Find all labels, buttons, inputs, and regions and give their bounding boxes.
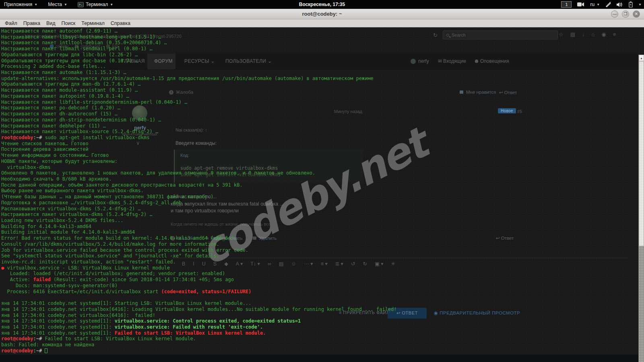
terminal-line: Job for virtualbox.service failed becaus… — [1, 247, 397, 253]
gnome-top-bar: Приложения▼ Места▼ >. Терминал▼ Воскресе… — [0, 0, 644, 9]
terminal-line: See "systemctl status virtualbox.service… — [1, 253, 397, 259]
bg-browser-icon: ▤ — [570, 31, 575, 37]
scrollbar-thumb[interactable] — [639, 61, 644, 246]
terminal-line: Docs: man:systemd-sysv-generator(8) — [1, 283, 397, 289]
bg-post-number: #5 — [517, 109, 522, 114]
bg-browser-icon: ◉ — [601, 31, 606, 37]
terminal-line: Настраивается пакет autopoint (0.19.8.1-… — [1, 93, 397, 99]
terminal-line: Processing 2 added doc-base files... — [1, 64, 397, 70]
terminal-line: Настраивается пакет debhelper (11) … — [1, 123, 397, 129]
terminal-line: bash: Failed: команда не найдена — [1, 342, 397, 348]
terminal-line: Настраивается пакет dh-autoreconf (15) … — [1, 111, 397, 117]
close-button[interactable]: ✕ — [633, 10, 640, 18]
chevron-down-icon: ▼ — [597, 3, 600, 6]
bg-reply-link: ↩ Ответ — [499, 90, 517, 95]
terminal-line: Подготовка к распаковке …/virtualbox-dkm… — [1, 200, 397, 206]
terminal-line: Настраивается пакет libmail-sendmail-per… — [1, 46, 397, 52]
menu-search[interactable]: Поиск — [62, 21, 76, 26]
minimize-button[interactable]: — — [611, 10, 618, 18]
terminal-line: Настраивается пакет dh-strip-nondetermin… — [1, 117, 397, 123]
terminal-cursor — [45, 348, 47, 353]
workspace-indicator[interactable]: 1 — [561, 1, 572, 8]
bg-reply-link-2: ↩ Ответ — [496, 235, 514, 241]
terminal-line: Error! Bad return status for module buil… — [1, 235, 397, 241]
terminal-line: Active: failed (Result: exit-code) since… — [1, 277, 397, 283]
terminal-titlebar[interactable]: root@codeby: ~ — ❐ ✕ — [0, 9, 644, 19]
terminal-line: янв 14 17:34:01 codeby.net virtualbox[64… — [1, 313, 397, 319]
battery-icon[interactable] — [629, 2, 633, 8]
terminal-line: (Чтение базы данных … на данный момент у… — [1, 194, 397, 200]
terminal-line: Process: 6416 ExecStart=/etc/init.d/virt… — [1, 289, 397, 295]
window-title: root@codeby: ~ — [0, 9, 644, 19]
tray-chevron-down-icon[interactable]: ▼ — [638, 3, 642, 6]
terminal-line: Настраивается пакет autoconf (2.69-11) … — [1, 28, 397, 34]
terminal-line: Чтение списков пакетов… Готово — [1, 141, 397, 147]
bg-browser-icon: ≡ — [613, 31, 616, 37]
terminal-line: root@codeby:~# Failed to start LSB: Virt… — [1, 336, 397, 342]
bg-reload-icon: ↻ — [433, 32, 438, 38]
terminal-line: Распаковывается virtualbox-dkms (5.2.4-d… — [1, 206, 397, 212]
terminal-line: янв 14 17:34:01 codeby.net virtualbox[64… — [1, 306, 397, 313]
clock[interactable]: Воскресенье, 17:35 — [0, 0, 644, 9]
pen-tool-icon[interactable] — [605, 2, 611, 7]
terminal-line: Настраивается пакет libsys-hostname-long… — [1, 34, 397, 40]
terminal-screen[interactable]: https://codeby.net/forum/threads/kak-zap… — [0, 27, 644, 362]
terminal-line: Чтение информации о состоянии… Готово — [1, 152, 397, 158]
terminal-menubar: Файл Правка Вид Поиск Терминал Справка — [0, 19, 644, 27]
terminal-line: Необходимо скачать 0 B/680 kB архивов. — [1, 176, 397, 182]
menu-view[interactable]: Вид — [46, 21, 56, 26]
terminal-output: Настраивается пакет autoconf (2.69-11) …… — [1, 28, 397, 354]
terminal-line: Выбор ранее не выбранного пакета virtual… — [1, 188, 397, 194]
menu-file[interactable]: Файл — [5, 21, 17, 26]
terminal-line: root@codeby:~# sudo apt-get install virt… — [1, 135, 397, 141]
terminal-line: ● virtualbox.service - LSB: VirtualBox L… — [1, 265, 397, 271]
desktop: Приложения▼ Места▼ >. Терминал▼ Воскресе… — [0, 0, 644, 362]
bell-icon — [475, 60, 478, 63]
terminal-line — [1, 294, 397, 300]
bg-alerts-link: Оповещения — [480, 58, 509, 64]
terminal-line: Построение дерева зависимостей — [1, 146, 397, 152]
bg-username: nerfy — [418, 58, 429, 64]
terminal-line: Loaded: loaded (/etc/init.d/virtualbox; … — [1, 271, 397, 277]
bg-bottom-strip — [0, 355, 638, 362]
bg-preview-link: ◉ ПРЕДВАРИТЕЛЬНЫЙ ПРОСМОТР — [434, 310, 520, 316]
menu-edit[interactable]: Правка — [23, 21, 40, 26]
terminal-line: янв 14 17:34:01 codeby.net systemd[1]: S… — [1, 300, 397, 306]
terminal-line: invoke-rc.d: initscript virtualbox, acti… — [1, 259, 397, 265]
screen-recorder-icon[interactable] — [577, 2, 584, 7]
bg-user-links: nerfy ✉ Входящие Оповещения — [411, 58, 509, 64]
terminal-line: Настраивается пакет virtualbox-dkms (5.2… — [1, 212, 397, 218]
terminal-line: янв 14 17:34:01 codeby.net systemd[1]: F… — [1, 330, 397, 336]
keyboard-layout-indicator[interactable]: ru▼ — [590, 2, 600, 7]
terminal-line: Обрабатываются триггеры для man-db (2.7.… — [1, 81, 397, 87]
terminal-line: Consult /var/lib/dkms/virtualbox/5.2.4/b… — [1, 241, 397, 247]
volume-icon[interactable] — [617, 2, 623, 7]
terminal-line: Настраивается пакет po-debconf (1.0.20) … — [1, 105, 397, 111]
terminal-line: янв 14 17:34:01 codeby.net systemd[1]: v… — [1, 318, 397, 324]
terminal-line: Обрабатываются триггеры для libc-bin (2.… — [1, 52, 397, 58]
maximize-button[interactable]: ❐ — [622, 10, 629, 18]
bg-browser-icon: ☆ — [559, 31, 564, 37]
terminal-line: Building initial module for 4.14.0-kali3… — [1, 229, 397, 235]
terminal-line: Настраивается пакет module-assistant (0.… — [1, 87, 397, 93]
scroll-up-arrow[interactable]: ▲ — [639, 55, 644, 61]
terminal-scrollbar[interactable]: ▲ ▼ — [638, 55, 644, 362]
bg-browser-icon: ⌂ — [591, 31, 594, 37]
bg-browser-toolbar-icons: ☆▤↓⌂◉≡ — [559, 31, 616, 37]
bg-new-badge: Новое — [498, 108, 516, 113]
search-icon — [446, 34, 449, 37]
menu-terminal[interactable]: Терминал — [81, 21, 105, 26]
bg-like-link: Мне нравится — [460, 90, 496, 95]
thumbs-up-icon — [460, 90, 463, 94]
terminal-line: update-alternatives: используется /usr/b… — [1, 76, 397, 82]
terminal-line: virtualbox-dkms — [1, 165, 397, 171]
terminal-line: Building for 4.14.0-kali3-amd64 — [1, 224, 397, 230]
avatar — [411, 59, 416, 64]
terminal-line: НОВЫЕ пакеты, которые будут установлены: — [1, 158, 397, 165]
bg-search-placeholder: Search — [452, 33, 466, 37]
terminal-line: янв 14 17:34:01 codeby.net systemd[1]: v… — [1, 324, 397, 330]
terminal-line: Настраивается пакет libfile-stripnondete… — [1, 99, 397, 105]
terminal-line: root@codeby:~# — [1, 348, 397, 354]
terminal-line: Настраивается пакет virtualbox-source (5… — [1, 129, 397, 135]
menu-help[interactable]: Справка — [111, 21, 130, 26]
